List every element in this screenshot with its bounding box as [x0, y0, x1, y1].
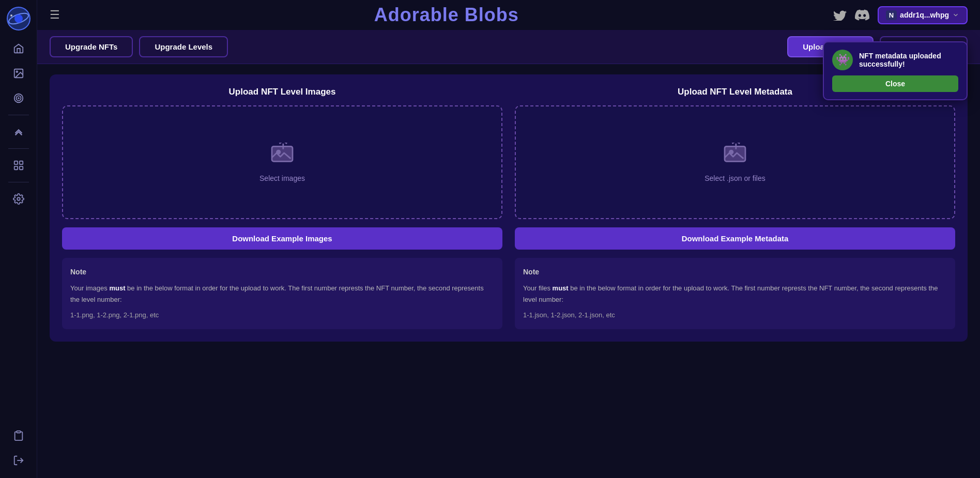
svg-rect-14 [17, 431, 20, 433]
toast-notification: 👾 NFT metadata uploaded successfully! Cl… [823, 41, 968, 100]
svg-rect-10 [19, 161, 22, 164]
images-note-example: 1-1.png, 1-2.png, 2-1.png, etc [70, 310, 494, 321]
svg-point-3 [10, 14, 12, 17]
page-title: Adorable Blobs [60, 4, 833, 26]
tab-upgrade-nfts[interactable]: Upgrade NFTs [50, 36, 133, 57]
svg-point-5 [16, 71, 18, 72]
content-area: Upload NFT Level Images Select images D [37, 64, 980, 478]
svg-point-8 [18, 98, 19, 99]
home-icon[interactable] [7, 37, 30, 60]
toast-close-button[interactable]: Close [832, 75, 958, 92]
images-note-title: Note [70, 266, 494, 279]
svg-rect-11 [14, 166, 17, 169]
sidebar-divider-2 [8, 148, 29, 149]
app-logo[interactable] [6, 6, 31, 31]
upload-images-title: Upload NFT Level Images [62, 87, 502, 97]
tab-upgrade-levels[interactable]: Upgrade Levels [139, 36, 228, 57]
menu-button[interactable]: ☰ [50, 8, 60, 22]
sidebar-bottom [7, 424, 30, 472]
svg-point-2 [14, 14, 23, 23]
wallet-address: addr1q...whpg [900, 11, 949, 19]
toast-top: 👾 NFT metadata uploaded successfully! [832, 50, 958, 70]
upload-images-section: Upload NFT Level Images Select images D [62, 87, 502, 329]
upload-metadata-section: Upload NFT Level Metadata Select .json o… [515, 87, 955, 329]
sidebar-divider-1 [8, 115, 29, 115]
metadata-dropzone[interactable]: Select .json or files [515, 105, 955, 219]
sidebar-divider-3 [8, 182, 29, 182]
logout-icon[interactable] [7, 449, 30, 472]
header-right: N addr1q...whpg [833, 6, 968, 24]
upload-panel: Upload NFT Level Images Select images D [50, 74, 968, 342]
images-dropzone-label: Select images [259, 174, 305, 182]
toast-avatar: 👾 [832, 50, 853, 70]
sidebar [0, 0, 37, 478]
image-icon[interactable] [7, 62, 30, 85]
metadata-dropzone-label: Select .json or files [705, 174, 765, 182]
chevron-up-icon[interactable] [7, 120, 30, 143]
svg-rect-9 [14, 161, 17, 164]
toast-message: NFT metadata uploaded successfully! [859, 52, 958, 68]
wallet-network: N [886, 10, 897, 20]
clipboard-icon[interactable] [7, 424, 30, 447]
download-example-images-button[interactable]: Download Example Images [62, 227, 502, 250]
metadata-note-text: Your files must be in the below format i… [523, 283, 947, 305]
twitter-button[interactable] [833, 9, 847, 21]
discord-button[interactable] [855, 9, 869, 21]
images-dropzone-icon [271, 143, 294, 168]
metadata-note-example: 1-1.json, 1-2.json, 2-1.json, etc [523, 310, 947, 321]
images-note-text: Your images must be in the below format … [70, 283, 494, 305]
images-note-box: Note Your images must be in the below fo… [62, 258, 502, 329]
metadata-dropzone-icon [724, 143, 746, 168]
grid-icon[interactable] [7, 154, 30, 177]
images-dropzone[interactable]: Select images [62, 105, 502, 219]
svg-rect-12 [19, 166, 22, 169]
settings-icon[interactable] [7, 188, 30, 210]
header: ☰ Adorable Blobs N addr1q...whpg [37, 0, 980, 30]
svg-point-13 [17, 197, 20, 201]
download-example-metadata-button[interactable]: Download Example Metadata [515, 227, 955, 250]
metadata-note-title: Note [523, 266, 947, 279]
wallet-button[interactable]: N addr1q...whpg [878, 6, 968, 24]
target-icon[interactable] [7, 87, 30, 110]
metadata-note-box: Note Your files must be in the below for… [515, 258, 955, 329]
